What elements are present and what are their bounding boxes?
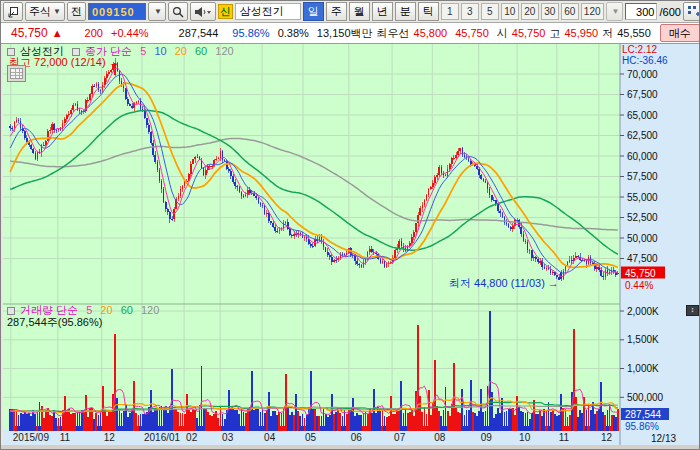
svg-text:1,500K: 1,500K (627, 334, 659, 345)
open-price: 45,750 (512, 27, 546, 39)
tab-weekly[interactable]: 주 (326, 2, 347, 21)
best-bid: 45,750 (455, 27, 489, 39)
svg-text:12: 12 (601, 432, 613, 443)
minute-3-button[interactable]: 3 (461, 3, 479, 20)
minute-120-button[interactable]: 120 (581, 3, 604, 20)
interval-dropdown[interactable]: ▼ (606, 2, 624, 21)
minute-20-button[interactable]: 20 (521, 3, 539, 20)
svg-text:500,000: 500,000 (627, 392, 664, 403)
asset-type-dropdown[interactable]: 주식▼ (25, 2, 65, 21)
svg-text:03: 03 (222, 432, 234, 443)
svg-text:0.44%: 0.44% (625, 280, 653, 291)
volume-ratio: 95.86% (232, 27, 269, 39)
svg-text:11: 11 (60, 432, 71, 443)
window-link-icon[interactable] (3, 2, 23, 21)
svg-text:50,000: 50,000 (627, 233, 658, 244)
tab-tick[interactable]: 틱 (418, 2, 439, 21)
ma5-label: 5 (140, 45, 146, 57)
chart-area: 2015/0911122016/010203040506070809101112… (1, 44, 700, 450)
svg-text:47,500: 47,500 (627, 253, 658, 264)
svg-text:65,000: 65,000 (627, 110, 658, 121)
best-ask: 45,800 (414, 27, 448, 39)
svg-text:08: 08 (434, 432, 446, 443)
volume-legend-title: 거래량 단순 (20, 304, 78, 316)
low-price: 45,550 (617, 27, 651, 39)
ma60-label: 60 (195, 45, 207, 57)
high-arrow-icon: → (109, 56, 120, 68)
toolbar: 주식▼ 전 009150 ▼ 신 삼성전기 일 주 월 년 분 틱 1 3 5 … (1, 1, 699, 23)
tab-daily[interactable]: 일 (303, 2, 324, 21)
sound-alert-icon[interactable] (190, 2, 216, 21)
volume-value: 287,544 (179, 27, 219, 39)
change-percent: +0.44% (111, 27, 149, 39)
ma10-label: 10 (154, 45, 166, 57)
svg-text:2,000K: 2,000K (627, 306, 659, 317)
vma60-label: 60 (121, 304, 133, 316)
svg-text:1,000K: 1,000K (627, 363, 659, 374)
tab-yearly[interactable]: 년 (372, 2, 393, 21)
svg-text:95.86%: 95.86% (625, 421, 659, 432)
stock-chart-window: 주식▼ 전 009150 ▼ 신 삼성전기 일 주 월 년 분 틱 1 3 5 … (0, 0, 700, 450)
trade-value: 13,150백만 (317, 26, 373, 41)
svg-text:287,544: 287,544 (625, 409, 662, 420)
minute-60-button[interactable]: 60 (561, 3, 579, 20)
svg-text:06: 06 (351, 432, 363, 443)
current-price: 45,750 (11, 26, 48, 40)
vma5-label: 5 (86, 304, 92, 316)
volume-readout: 287,544주(95.86%) (7, 316, 102, 328)
svg-text:12/13: 12/13 (651, 433, 676, 444)
stock-name-field[interactable]: 삼성전기 (235, 3, 301, 20)
svg-text:62,500: 62,500 (627, 130, 658, 141)
buy-button[interactable]: 매수 (660, 24, 700, 42)
high-price: 45,950 (564, 27, 598, 39)
svg-text:11: 11 (559, 432, 570, 443)
svg-text:05: 05 (305, 432, 317, 443)
tab-monthly[interactable]: 월 (349, 2, 370, 21)
turnover-percent: 0.38% (278, 27, 309, 39)
prev-stock-button[interactable]: 전 (67, 2, 86, 21)
bar-count-input[interactable]: 300 (625, 3, 657, 20)
compare-chart-icon[interactable] (683, 2, 700, 21)
svg-text:HC:-36.46: HC:-36.46 (622, 55, 668, 66)
svg-text:60,000: 60,000 (627, 151, 658, 162)
vma20-label: 20 (100, 304, 112, 316)
pane-resize-icon[interactable]: ↕ (686, 305, 699, 316)
legend-bullet-icon (7, 307, 15, 315)
svg-text:67,500: 67,500 (627, 89, 658, 100)
mini-table-icon[interactable] (7, 65, 26, 82)
tab-minute[interactable]: 분 (395, 2, 416, 21)
ma20-label: 20 (175, 45, 187, 57)
minute-1-button[interactable]: 1 (441, 3, 459, 20)
svg-text:57,500: 57,500 (627, 171, 658, 182)
legend-bullet-icon (72, 48, 80, 56)
minute-30-button[interactable]: 30 (541, 3, 559, 20)
quote-bar: 45,750 ▲ 200 +0.44% 287,544 95.86% 0.38%… (1, 23, 699, 44)
best-quote-label: 최우선 (377, 26, 410, 41)
minute-10-button[interactable]: 10 (501, 3, 519, 20)
new-stock-badge: 신 (218, 4, 233, 19)
svg-text:07: 07 (394, 432, 406, 443)
svg-text:2015/09: 2015/09 (13, 432, 50, 443)
stock-code-input[interactable]: 009150 (88, 3, 146, 20)
minute-5-button[interactable]: 5 (481, 3, 499, 20)
change-direction-icon: ▲ (52, 27, 63, 39)
code-dropdown[interactable]: ▼ (148, 2, 166, 21)
svg-text:LC:2.12: LC:2.12 (622, 44, 657, 55)
svg-text:12: 12 (104, 432, 116, 443)
svg-text:02: 02 (186, 432, 198, 443)
candlestick-volume-chart[interactable]: 2015/0911122016/010203040506070809101112… (1, 44, 700, 450)
low-label: 저 (602, 26, 613, 41)
open-label: 시 (497, 26, 508, 41)
search-icon[interactable] (168, 2, 188, 21)
svg-text:52,500: 52,500 (627, 212, 658, 223)
svg-text:2016/01: 2016/01 (144, 432, 181, 443)
svg-text:45,750: 45,750 (625, 268, 656, 279)
legend-bullet-icon (7, 48, 15, 56)
svg-text:55,000: 55,000 (627, 192, 658, 203)
svg-text:10: 10 (519, 432, 531, 443)
svg-text:04: 04 (264, 432, 276, 443)
low-annotation: 최저 44,800 (11/03) → (449, 277, 559, 289)
ma120-label: 120 (215, 45, 233, 57)
svg-text:70,000: 70,000 (627, 69, 658, 80)
vma120-label: 120 (141, 304, 159, 316)
